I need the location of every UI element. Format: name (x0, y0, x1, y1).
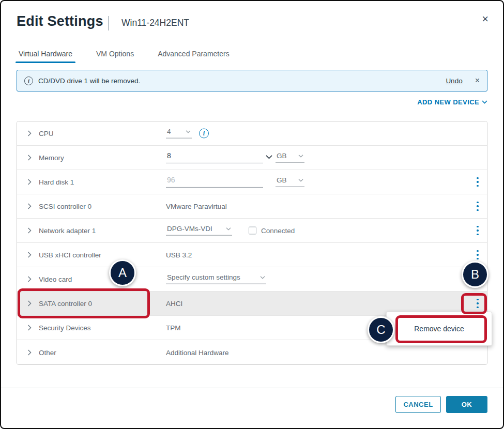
title-separator (108, 16, 109, 30)
annotation-badge-a: A (109, 259, 136, 286)
expand-chevron-icon[interactable] (27, 130, 34, 136)
remove-device-menu-item[interactable]: Remove device (414, 325, 464, 333)
row-value: AHCI (166, 300, 182, 308)
vm-name: Win11-24H2ENT (121, 18, 189, 28)
row-value: VMware Paravirtual (166, 203, 227, 210)
add-new-device-button[interactable]: ADD NEW DEVICE (417, 98, 487, 106)
tab-virtual-hardware[interactable]: Virtual Hardware (17, 48, 74, 63)
info-icon: i (24, 76, 33, 85)
row-value: USB 3.2 (166, 251, 192, 259)
add-new-device-label: ADD NEW DEVICE (417, 98, 479, 106)
row-value: Additional Hardware (166, 348, 229, 356)
row-label: USB xHCI controller (39, 251, 101, 259)
cpu-count-value: 4 (167, 128, 171, 135)
memory-dropdown-chevron-icon[interactable] (266, 152, 272, 161)
expand-chevron-icon[interactable] (27, 349, 34, 356)
row-label: CPU (39, 130, 54, 137)
row-label: SATA controller 0 (39, 300, 92, 308)
row-network-adapter-1: Network adapter 1 DPG-VMs-VDI Connected (17, 219, 487, 243)
annotation-badge-b: B (462, 261, 488, 288)
banner-message: CD/DVD drive 1 will be removed. (38, 77, 140, 85)
connected-label: Connected (261, 227, 295, 235)
row-scsi-controller-0: SCSI controller 0 VMware Paravirtual (17, 194, 487, 219)
disk-unit-select[interactable]: GB (276, 175, 304, 187)
network-select[interactable]: DPG-VMs-VDI (166, 224, 232, 236)
expand-chevron-icon[interactable] (27, 300, 34, 307)
row-hard-disk-1: Hard disk 1 96 GB (17, 170, 487, 194)
cpu-count-select[interactable]: 4 (166, 127, 192, 139)
close-icon[interactable]: × (482, 13, 488, 25)
connected-checkbox[interactable] (249, 227, 256, 235)
tab-advanced-parameters[interactable]: Advanced Parameters (156, 48, 232, 63)
memory-size-value: 8 (167, 151, 171, 160)
cancel-button[interactable]: CANCEL (395, 396, 441, 413)
expand-chevron-icon[interactable] (27, 227, 34, 234)
row-label: Other (39, 348, 56, 356)
disk-size-value: 96 (167, 176, 175, 184)
edit-settings-dialog: Edit Settings Win11-24H2ENT × Virtual Ha… (0, 0, 504, 429)
row-label: Security Devices (39, 324, 91, 332)
disk-unit-value: GB (277, 176, 287, 184)
expand-chevron-icon[interactable] (27, 276, 34, 282)
kebab-menu-icon[interactable] (474, 201, 481, 211)
expand-chevron-icon[interactable] (27, 155, 34, 161)
banner-close-icon[interactable]: × (475, 76, 480, 85)
network-value: DPG-VMs-VDI (167, 225, 212, 233)
row-label: SCSI controller 0 (39, 203, 91, 210)
info-banner: i CD/DVD drive 1 will be removed. Undo × (17, 70, 487, 91)
row-memory: Memory 8 GB (17, 146, 487, 170)
row-cpu: CPU 4 i (17, 121, 487, 146)
footer-divider (1, 388, 503, 388)
tab-vm-options[interactable]: VM Options (94, 48, 136, 63)
annotation-badge-c: C (368, 316, 394, 343)
memory-unit-value: GB (277, 152, 287, 160)
memory-unit-select[interactable]: GB (276, 151, 304, 163)
undo-link[interactable]: Undo (446, 77, 462, 85)
context-menu: Remove device (386, 312, 492, 346)
row-label: Hard disk 1 (39, 178, 74, 186)
expand-chevron-icon[interactable] (27, 179, 34, 185)
video-settings-select[interactable]: Specify custom settings (166, 272, 266, 284)
expand-chevron-icon[interactable] (27, 203, 34, 209)
video-settings-value: Specify custom settings (167, 273, 240, 281)
tab-bar: Virtual Hardware VM Options Advanced Par… (17, 48, 232, 63)
row-label: Memory (39, 154, 64, 162)
kebab-menu-icon[interactable] (474, 225, 481, 236)
kebab-menu-icon[interactable] (474, 250, 481, 260)
expand-chevron-icon[interactable] (27, 325, 34, 331)
row-label: Network adapter 1 (39, 227, 96, 235)
page-title: Edit Settings (17, 13, 103, 29)
chevron-down-icon (482, 100, 487, 104)
expand-chevron-icon[interactable] (27, 252, 34, 258)
row-usb-xhci-controller: USB xHCI controller USB 3.2 (17, 243, 487, 267)
memory-size-input[interactable]: 8 (166, 150, 263, 163)
ok-button[interactable]: OK (446, 396, 487, 413)
cpu-info-icon[interactable]: i (199, 129, 209, 139)
row-value: TPM (166, 324, 181, 332)
row-video-card: Video card Specify custom settings (17, 267, 487, 292)
disk-size-input[interactable]: 96 (166, 174, 263, 188)
row-label: Video card (39, 275, 72, 283)
kebab-menu-icon[interactable] (474, 177, 481, 187)
sata-kebab-menu-icon[interactable] (474, 298, 481, 309)
